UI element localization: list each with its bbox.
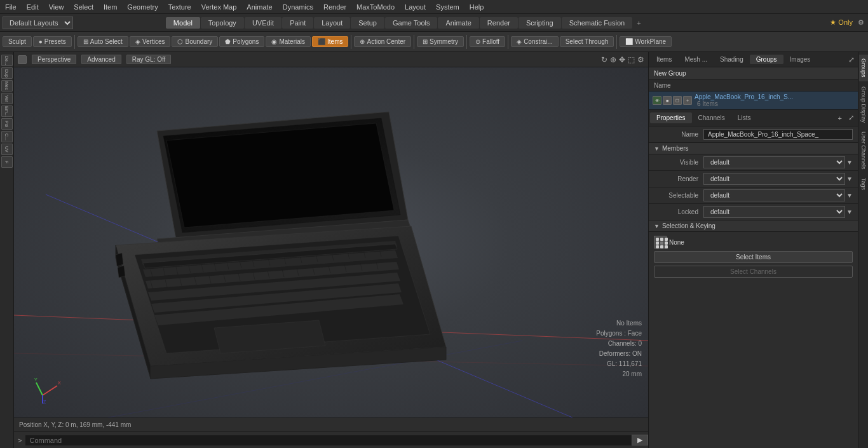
panel-tab-groups[interactable]: Groups xyxy=(750,55,783,64)
viewport-perspective-tag[interactable]: Perspective xyxy=(32,55,76,64)
menu-file[interactable]: File xyxy=(0,2,22,12)
materials-button[interactable]: ◉ Materials xyxy=(266,36,311,47)
viewport-menu-icon[interactable] xyxy=(18,55,27,64)
layout-tab-schematic-fusion[interactable]: Schematic Fusion xyxy=(562,17,632,29)
panel-tab-shading[interactable]: Shading xyxy=(714,55,750,64)
selectable-select[interactable]: default xyxy=(703,189,845,201)
gear-icon[interactable]: ⚙ xyxy=(858,18,864,27)
menu-dynamics[interactable]: Dynamics xyxy=(278,2,318,12)
action-center-button[interactable]: ⊕ Action Center xyxy=(354,36,411,47)
group-select-icon[interactable]: + xyxy=(683,96,692,105)
sidebar-icon-5[interactable]: Em... xyxy=(1,105,13,117)
auto-select-button[interactable]: ⊞ Auto Select xyxy=(78,36,128,47)
locked-select[interactable]: default xyxy=(703,206,845,218)
sidebar-icon-7[interactable]: C... xyxy=(1,131,13,142)
items-button[interactable]: ⬛ Items xyxy=(312,36,348,47)
star-only-button[interactable]: ★ Only xyxy=(830,18,853,27)
menu-edit[interactable]: Edit xyxy=(22,2,44,12)
members-section-header[interactable]: ▼ Members xyxy=(649,143,858,154)
polygons-button[interactable]: ⬟ Polygons xyxy=(219,36,264,47)
menu-layout[interactable]: Layout xyxy=(400,2,431,12)
layout-selector[interactable]: Default Layouts xyxy=(3,17,73,29)
layout-tab-model[interactable]: Model xyxy=(166,17,200,29)
new-group-button[interactable]: New Group xyxy=(649,67,858,80)
menu-geometry[interactable]: Geometry xyxy=(122,2,163,12)
vtab-groups[interactable]: Groups xyxy=(859,55,868,81)
sidebar-icon-9[interactable]: F xyxy=(1,156,13,168)
constraints-button[interactable]: ◈ Constrai... xyxy=(511,36,559,47)
viewport-pan-icon[interactable]: ✥ xyxy=(619,55,625,64)
menu-help[interactable]: Help xyxy=(465,2,489,12)
menu-view[interactable]: View xyxy=(44,2,69,12)
layout-tab-render[interactable]: Render xyxy=(480,17,518,29)
command-go-button[interactable]: ▶ xyxy=(632,435,648,445)
sidebar-icon-2[interactable]: Dup xyxy=(1,67,13,79)
symmetry-button[interactable]: ⊞ Symmetry xyxy=(417,36,464,47)
group-lock-icon[interactable]: ◻ xyxy=(673,96,682,105)
group-visibility-icon[interactable]: 👁 xyxy=(653,96,661,105)
visible-select[interactable]: default xyxy=(703,156,845,168)
presets-button[interactable]: ● Presets xyxy=(33,36,72,47)
name-input[interactable] xyxy=(703,129,853,140)
viewport-rotate-icon[interactable]: ↻ xyxy=(601,55,607,64)
layout-tab-paint[interactable]: Paint xyxy=(282,17,313,29)
visible-arrow-icon[interactable]: ▼ xyxy=(846,159,853,166)
menu-render[interactable]: Render xyxy=(318,2,351,12)
select-channels-button[interactable]: Select Channels xyxy=(654,266,853,278)
viewport-raygl-tag[interactable]: Ray GL: Off xyxy=(126,55,172,64)
layout-tab-scripting[interactable]: Scripting xyxy=(519,17,561,29)
3d-viewport[interactable]: X Y Z No Items Polygons : Face Channels:… xyxy=(14,67,648,417)
group-list-item[interactable]: 👁 ■ ◻ + Apple_MacBook_Pro_16_inch_S... 6… xyxy=(649,92,858,110)
panel-tab-mesh[interactable]: Mesh ... xyxy=(678,55,714,64)
viewport-settings-icon[interactable]: ⚙ xyxy=(637,55,644,64)
panel-expand-icon[interactable]: ⤢ xyxy=(846,55,857,64)
select-through-button[interactable]: Select Through xyxy=(560,36,614,47)
viewport-fit-icon[interactable]: ⬚ xyxy=(628,55,635,64)
sk-dots-icon[interactable] xyxy=(654,236,667,248)
sculpt-button[interactable]: Sculpt xyxy=(3,36,32,47)
menu-item[interactable]: Item xyxy=(98,2,122,12)
falloff-button[interactable]: ⊙ Falloff xyxy=(470,36,505,47)
selectable-arrow-icon[interactable]: ▼ xyxy=(846,192,853,199)
sidebar-icon-1[interactable]: De... xyxy=(1,55,13,66)
work-plane-button[interactable]: ⬜ WorkPlane xyxy=(620,36,672,47)
plus-layout-button[interactable]: + xyxy=(633,18,644,28)
select-items-button[interactable]: Select Items xyxy=(654,251,853,263)
menu-vertex-map[interactable]: Vertex Map xyxy=(196,2,242,12)
panel-tab-items[interactable]: Items xyxy=(650,55,678,64)
sidebar-icon-3[interactable]: Mes xyxy=(1,80,13,92)
layout-tab-animate[interactable]: Animate xyxy=(438,17,478,29)
sidebar-icon-4[interactable]: Ver xyxy=(1,93,13,104)
locked-arrow-icon[interactable]: ▼ xyxy=(846,208,853,215)
props-tab-plus[interactable]: + xyxy=(834,114,846,122)
render-select[interactable]: default xyxy=(703,173,845,185)
props-tab-properties[interactable]: Properties xyxy=(650,112,692,123)
vtab-tags[interactable]: Tags xyxy=(859,174,868,194)
menu-animate[interactable]: Animate xyxy=(241,2,277,12)
menu-system[interactable]: System xyxy=(431,2,465,12)
vertices-button[interactable]: ◈ Vertices xyxy=(130,36,171,47)
layout-tab-setup[interactable]: Setup xyxy=(351,17,384,29)
panel-tab-images[interactable]: Images xyxy=(783,55,817,64)
vtab-user-channels[interactable]: User Channels xyxy=(859,128,868,173)
menu-select[interactable]: Select xyxy=(69,2,98,12)
sidebar-icon-6[interactable]: Pol xyxy=(1,118,13,130)
boundary-button[interactable]: ⬡ Boundary xyxy=(172,36,218,47)
props-tab-lists[interactable]: Lists xyxy=(731,112,757,123)
render-arrow-icon[interactable]: ▼ xyxy=(846,175,853,182)
vtab-group-display[interactable]: Group Display xyxy=(859,83,868,126)
viewport-zoom-icon[interactable]: ⊕ xyxy=(610,55,616,64)
layout-tab-uvedit[interactable]: UVEdit xyxy=(245,17,281,29)
props-tab-channels[interactable]: Channels xyxy=(692,112,731,123)
layout-tab-game-tools[interactable]: Game Tools xyxy=(385,17,438,29)
menu-texture[interactable]: Texture xyxy=(163,2,196,12)
menu-maxtomodo[interactable]: MaxToModo xyxy=(351,2,400,12)
props-expand-icon[interactable]: ⤢ xyxy=(846,114,857,122)
layout-tab-layout[interactable]: Layout xyxy=(314,17,350,29)
command-input[interactable] xyxy=(25,435,632,445)
viewport-advanced-tag[interactable]: Advanced xyxy=(81,55,121,64)
layout-tab-topology[interactable]: Topology xyxy=(201,17,244,29)
sidebar-icon-8[interactable]: UV xyxy=(1,144,13,155)
selection-keying-header[interactable]: ▼ Selection & Keying xyxy=(649,221,858,232)
group-render-icon[interactable]: ■ xyxy=(663,96,672,105)
